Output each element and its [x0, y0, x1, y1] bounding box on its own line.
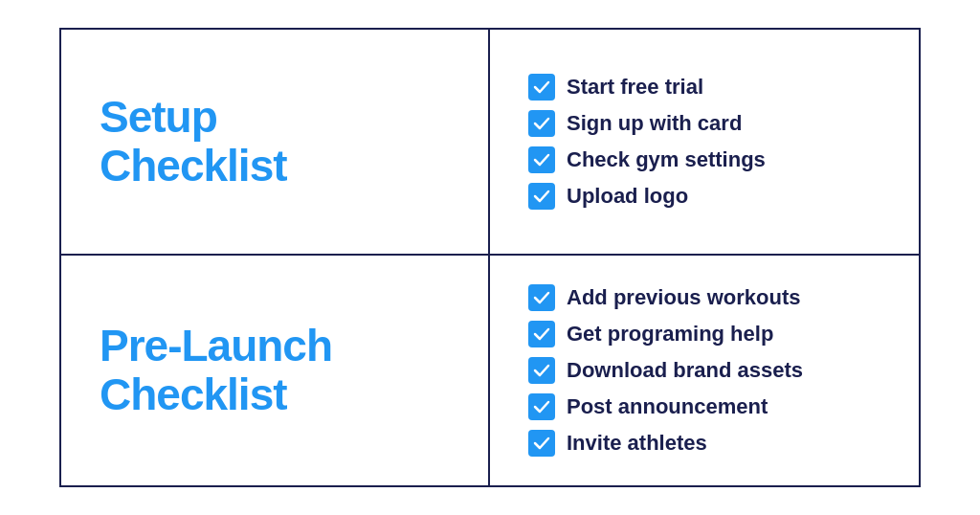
checklist-grid: Setup Checklist Start free trial Sign up… [59, 28, 921, 487]
checkbox-icon [528, 284, 555, 311]
list-item: Invite athletes [528, 430, 803, 457]
list-item-label: Get programing help [567, 322, 773, 347]
list-item-label: Add previous workouts [567, 285, 800, 310]
checkbox-icon [528, 430, 555, 457]
prelaunch-list-cell: Add previous workouts Get programing hel… [490, 256, 919, 485]
list-item: Sign up with card [528, 110, 766, 137]
checkbox-icon [528, 74, 555, 101]
checkbox-icon [528, 146, 555, 173]
checkbox-icon [528, 393, 555, 420]
list-item: Start free trial [528, 74, 766, 101]
prelaunch-checklist: Add previous workouts Get programing hel… [528, 284, 803, 457]
list-item-label: Start free trial [567, 75, 703, 100]
checkbox-icon [528, 183, 555, 210]
prelaunch-title: Pre-Launch Checklist [100, 322, 332, 418]
list-item: Download brand assets [528, 357, 803, 384]
list-item: Upload logo [528, 183, 766, 210]
setup-title: Setup Checklist [100, 93, 287, 190]
list-item: Post announcement [528, 393, 803, 420]
setup-checklist: Start free trial Sign up with card Check… [528, 74, 766, 210]
prelaunch-title-cell: Pre-Launch Checklist [61, 256, 490, 485]
checkbox-icon [528, 110, 555, 137]
list-item-label: Post announcement [567, 394, 768, 419]
checkbox-icon [528, 321, 555, 347]
list-item: Check gym settings [528, 146, 766, 173]
list-item-label: Check gym settings [567, 147, 766, 172]
list-item-label: Download brand assets [567, 358, 803, 383]
setup-title-cell: Setup Checklist [61, 30, 490, 256]
list-item-label: Invite athletes [567, 431, 707, 456]
setup-list-cell: Start free trial Sign up with card Check… [490, 30, 919, 256]
list-item: Get programing help [528, 321, 803, 347]
checkbox-icon [528, 357, 555, 384]
list-item-label: Upload logo [567, 184, 688, 209]
list-item: Add previous workouts [528, 284, 803, 311]
list-item-label: Sign up with card [567, 111, 742, 136]
